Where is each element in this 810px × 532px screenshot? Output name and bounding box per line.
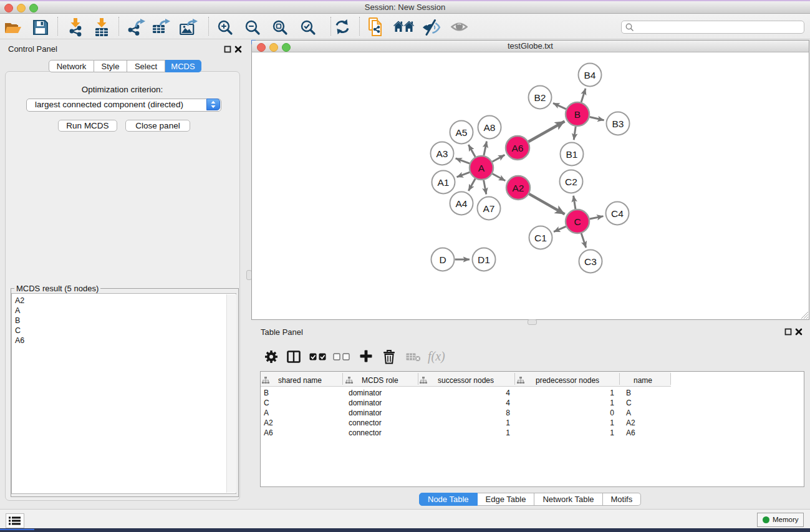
svg-text:A8: A8 (484, 122, 496, 133)
svg-text:B: B (574, 109, 581, 120)
svg-text:B1: B1 (566, 149, 578, 160)
svg-text:B3: B3 (612, 118, 624, 129)
svg-text:C4: C4 (611, 208, 624, 219)
svg-text:C2: C2 (565, 177, 577, 187)
svg-text:B4: B4 (584, 70, 596, 80)
svg-text:A3: A3 (436, 148, 448, 159)
svg-text:D: D (439, 254, 446, 265)
svg-text:C1: C1 (534, 233, 547, 243)
svg-text:A4: A4 (456, 198, 468, 209)
svg-text:A5: A5 (456, 127, 468, 138)
svg-text:A: A (478, 163, 485, 173)
svg-text:D1: D1 (478, 254, 490, 265)
svg-text:A7: A7 (483, 203, 495, 214)
svg-text:C3: C3 (584, 256, 597, 267)
svg-text:A6: A6 (512, 143, 524, 153)
svg-text:A2: A2 (513, 183, 524, 193)
svg-text:A1: A1 (438, 177, 450, 188)
svg-text:C: C (574, 216, 581, 227)
svg-text:B2: B2 (534, 92, 546, 103)
